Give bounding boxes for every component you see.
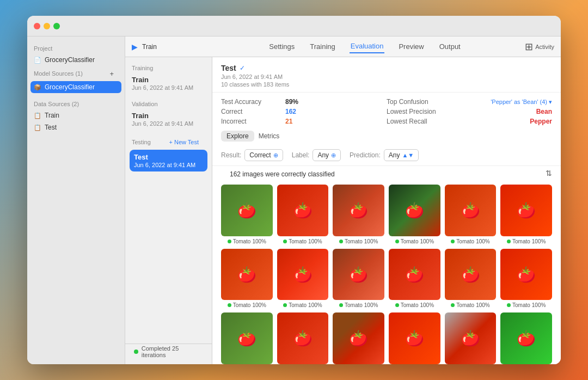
test-item[interactable]: Test Jun 6, 2022 at 9:41 AM	[130, 150, 207, 171]
image-card[interactable]: 🍅Tomato100%	[389, 312, 440, 364]
image-card[interactable]: 🍅Tomato100%	[445, 249, 497, 309]
test-accuracy-label: Test Accuracy	[221, 98, 281, 106]
result-label: Result:	[221, 151, 241, 159]
thumb-img: 🍅	[277, 312, 329, 364]
results-header: 162 images were correctly classified ⇅	[212, 166, 561, 180]
nav-output[interactable]: Output	[438, 40, 462, 53]
image-class-label: Tomato	[289, 238, 307, 244]
image-card[interactable]: 🍅Tomato100%	[221, 249, 273, 309]
correct-indicator	[283, 303, 287, 307]
top-confusion-value[interactable]: 'Pepper' as 'Bean' (4) ▾	[491, 99, 552, 106]
toolbar-left: ▶ Train	[125, 42, 223, 51]
chevron-down-icon: ▾	[549, 99, 552, 106]
lowest-precision-label: Lowest Precision	[387, 108, 436, 115]
result-select[interactable]: Correct ⊕	[244, 149, 283, 161]
image-confidence: 100%	[252, 302, 266, 308]
eval-meta: 10 classes with 183 items	[221, 81, 552, 88]
image-card[interactable]: 🍅Tomato100%	[333, 185, 384, 244]
metrics-row: Test Accuracy 89% Correct 162 Incorrect …	[212, 93, 561, 127]
result-select-icon: ⊕	[273, 152, 278, 159]
image-card[interactable]: 🍅Tomato100%	[389, 185, 440, 244]
image-card[interactable]: 🍅Tomato100%	[277, 312, 329, 364]
correct-indicator	[339, 240, 343, 243]
image-card[interactable]: 🍅Tomato100%	[500, 185, 552, 244]
sort-icon[interactable]: ⇅	[546, 169, 552, 177]
image-thumb: 🍅	[389, 185, 440, 236]
correct-indicator	[451, 240, 455, 243]
image-thumb: 🍅	[333, 185, 384, 236]
image-grid: 🍅Tomato100%🍅Tomato100%🍅Tomato100%🍅Tomato…	[212, 180, 561, 364]
correct-indicator	[451, 303, 455, 307]
image-label-row: Tomato100%	[395, 302, 434, 308]
toolbar-nav: Settings Training Evaluation Preview Out…	[223, 40, 506, 53]
image-label-row: Tomato100%	[339, 302, 378, 308]
image-label-row: Tomato100%	[451, 238, 489, 244]
thumb-img: 🍅	[445, 185, 497, 236]
metrics-right: Top Confusion 'Pepper' as 'Bean' (4) ▾ L…	[387, 98, 552, 127]
validation-item-date: Jun 6, 2022 at 9:41 AM	[132, 120, 205, 127]
thumb-img: 🍅	[333, 312, 384, 364]
image-card[interactable]: 🍅Tomato100%	[277, 185, 329, 244]
image-thumb: 🍅	[277, 312, 329, 364]
test-data-icon: 📋	[34, 124, 41, 131]
image-card[interactable]: 🍅Tomato100%	[277, 249, 329, 309]
model-icon: 📦	[34, 84, 41, 91]
image-class-label: Tomato	[512, 302, 530, 308]
image-class-label: Tomato	[233, 302, 251, 308]
training-item[interactable]: Train Jun 6, 2022 at 9:41 AM	[125, 72, 212, 94]
label-filter: Label: Any ⊕	[292, 149, 341, 161]
project-name: GroceryClassifier	[45, 56, 95, 64]
image-card[interactable]: 🍅Tomato100%	[333, 312, 384, 364]
image-confidence: 100%	[420, 238, 434, 244]
image-card[interactable]: 🍅Tomato100%	[445, 185, 497, 244]
results-count: 162 images were correctly classified	[221, 168, 344, 178]
main-content: Project 📄 GroceryClassifier Model Source…	[27, 36, 561, 364]
image-confidence: 100%	[420, 302, 434, 308]
nav-evaluation[interactable]: Evaluation	[350, 40, 385, 53]
image-card[interactable]: 🍅Tomato100%	[389, 249, 440, 309]
image-card[interactable]: 🍅Tomato100%	[500, 249, 552, 309]
maximize-button[interactable]	[53, 23, 60, 29]
label-select-icon: ⊕	[331, 152, 336, 159]
nav-preview[interactable]: Preview	[397, 40, 425, 53]
image-thumb: 🍅	[500, 312, 552, 364]
image-thumb: 🍅	[277, 185, 329, 236]
image-label-row: Tomato100%	[283, 302, 322, 308]
image-confidence: 100%	[532, 302, 546, 308]
sidebar-item-test[interactable]: 📋 Test	[27, 121, 125, 133]
nav-training[interactable]: Training	[309, 40, 336, 53]
image-thumb: 🍅	[389, 249, 440, 301]
prediction-select[interactable]: Any ▲▼	[384, 149, 419, 161]
explore-button[interactable]: Explore	[221, 131, 254, 142]
image-card[interactable]: 🍅Tomato100%	[221, 312, 273, 364]
status-bar: Completed 25 iterations	[125, 344, 212, 359]
image-thumb: 🍅	[221, 185, 273, 236]
test-accuracy-metric: Test Accuracy 89%	[221, 98, 387, 106]
sidebar-item-train[interactable]: 📋 Train	[27, 109, 125, 121]
thumb-img: 🍅	[277, 249, 329, 301]
image-card[interactable]: 🍅Tomato100%	[500, 312, 552, 364]
lowest-precision-value: Bean	[536, 108, 552, 115]
metrics-tab[interactable]: Metrics	[259, 132, 280, 140]
nav-settings[interactable]: Settings	[268, 40, 296, 53]
sidebar-item-model-source[interactable]: 📦 GroceryClassifier	[30, 81, 121, 93]
sidebar: Project 📄 GroceryClassifier Model Source…	[27, 36, 125, 364]
label-select[interactable]: Any ⊕	[313, 149, 341, 161]
new-test-button[interactable]: + New Test	[162, 137, 205, 148]
image-class-label: Tomato	[456, 302, 474, 308]
image-class-label: Tomato	[401, 238, 419, 244]
validation-item[interactable]: Train Jun 6, 2022 at 9:41 AM	[125, 108, 212, 130]
minimize-button[interactable]	[44, 23, 50, 29]
image-class-label: Tomato	[456, 238, 474, 244]
image-thumb: 🍅	[445, 249, 497, 301]
prediction-filter: Prediction: Any ▲▼	[350, 149, 419, 161]
image-card[interactable]: 🍅Tomato100%	[333, 249, 384, 309]
sidebar-item-project[interactable]: 📄 GroceryClassifier	[27, 54, 125, 66]
image-card[interactable]: 🍅Tomato100%	[445, 312, 497, 364]
label-label: Label:	[292, 151, 310, 159]
close-button[interactable]	[34, 23, 40, 29]
image-card[interactable]: 🍅Tomato100%	[221, 185, 273, 244]
activity-label: Activity	[535, 44, 554, 50]
add-model-source-button[interactable]: +	[105, 69, 118, 79]
image-label-row: Tomato100%	[395, 238, 434, 244]
